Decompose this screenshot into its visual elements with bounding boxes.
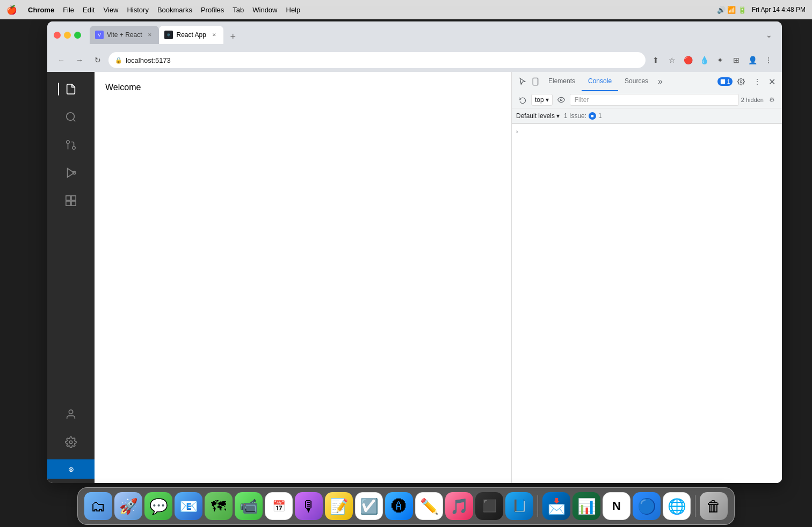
menubar-profiles[interactable]: Profiles — [201, 6, 224, 14]
devtools-close-button[interactable]: ✕ — [766, 76, 778, 88]
dock-item-appstore[interactable]: 🅐 — [385, 492, 413, 520]
dock-item-notes[interactable]: 📝 — [325, 492, 353, 520]
devtools-header: Elements Console Sources » 1 — [512, 72, 782, 124]
bookmark-button[interactable]: ☆ — [665, 53, 679, 67]
issue-icon: ■ — [589, 112, 596, 120]
vscode-debug-icon[interactable] — [58, 160, 84, 186]
devtools-tabs-row: Elements Console Sources » 1 — [512, 72, 782, 91]
maximize-button[interactable] — [74, 32, 81, 39]
macos-dock: 🗂 🚀 💬 📧 🗺 📹 📅 🎙 📝 ☑️ 🅐 ✏️ 🎵 ⬛ 📘 📩 📊 N 🔵 … — [77, 487, 735, 525]
dock-item-facetime[interactable]: 📹 — [235, 492, 263, 520]
devtools-issues-button[interactable]: 1 — [718, 75, 732, 89]
devtools-tab-elements[interactable]: Elements — [542, 72, 582, 91]
tabs-area: V Vite + React ✕ ⚛ React App ✕ + — [90, 26, 758, 44]
vscode-settings-icon[interactable] — [58, 429, 84, 455]
svg-point-0 — [67, 113, 75, 121]
dock-item-excel[interactable]: 📊 — [572, 492, 600, 520]
chrome-menu-button[interactable]: ⋮ — [762, 53, 775, 67]
devtools-eye-button[interactable] — [555, 93, 568, 106]
svg-point-2 — [73, 147, 76, 150]
forward-button[interactable]: → — [72, 53, 87, 68]
svg-rect-10 — [71, 201, 76, 206]
dock-item-notion[interactable]: N — [603, 492, 630, 520]
tab-vite[interactable]: V Vite + React ✕ — [90, 26, 159, 44]
svg-point-11 — [69, 410, 73, 414]
vscode-extensions-icon[interactable] — [58, 188, 84, 214]
menubar-tab[interactable]: Tab — [233, 6, 244, 14]
tab-react[interactable]: ⚛ React App ✕ — [159, 26, 223, 44]
menubar-file[interactable]: File — [63, 6, 74, 14]
devtools-panel: Elements Console Sources » 1 — [511, 72, 782, 483]
sidebar-button[interactable]: ⊞ — [729, 53, 743, 67]
issue-icon-text: ■ — [591, 113, 593, 119]
reload-button[interactable]: ↻ — [90, 53, 105, 68]
context-selector[interactable]: top ▾ — [531, 94, 553, 106]
devtools-more-button[interactable]: ⋮ — [750, 75, 764, 89]
dock-item-iterm[interactable]: ⬛ — [475, 492, 503, 520]
dock-item-finder[interactable]: 🗂 — [84, 492, 112, 520]
devtools-filter-settings[interactable]: ⚙ — [766, 94, 778, 106]
chrome-extension-1[interactable]: 🔴 — [681, 53, 695, 67]
devtools-tab-console[interactable]: Console — [582, 72, 618, 91]
hidden-count-badge: 2 hidden — [741, 97, 764, 103]
vscode-git-icon[interactable] — [58, 132, 84, 158]
dock-item-freeform[interactable]: ✏️ — [415, 492, 443, 520]
tab-react-close[interactable]: ✕ — [211, 31, 218, 39]
chrome-extension-2[interactable]: 💧 — [697, 53, 711, 67]
svg-marker-5 — [68, 169, 75, 178]
console-row[interactable]: › — [512, 126, 782, 137]
dock-item-chrome[interactable]: 🌐 — [663, 492, 691, 520]
share-button[interactable]: ⬆ — [649, 53, 663, 67]
dock-item-music[interactable]: 🎵 — [445, 492, 473, 520]
dock-item-outlook[interactable]: 📩 — [542, 492, 570, 520]
vscode-files-icon[interactable] — [58, 76, 84, 102]
addressbar-actions: ⬆ ☆ 🔴 💧 ✦ ⊞ 👤 ⋮ — [649, 53, 775, 67]
svg-line-1 — [73, 119, 75, 121]
dock-item-trash[interactable]: 🗑 — [700, 492, 728, 520]
dock-item-messages[interactable]: 💬 — [144, 492, 172, 520]
menubar-history[interactable]: History — [127, 6, 148, 14]
chrome-more-button[interactable]: ⌄ — [763, 28, 775, 41]
webpage-content: Welcome — [95, 72, 511, 483]
devtools-settings-button[interactable] — [734, 75, 748, 89]
menubar-view[interactable]: View — [103, 6, 118, 14]
dock-item-maps[interactable]: 🗺 — [205, 492, 233, 520]
menubar-bookmarks[interactable]: Bookmarks — [157, 6, 192, 14]
dock-item-zoom[interactable]: 🔵 — [633, 492, 661, 520]
vscode-status-bar[interactable]: ⊗ — [47, 459, 95, 479]
address-text: localhost:5173 — [126, 56, 171, 64]
issue-badge-text: 1 — [598, 112, 602, 120]
devtools-console-clear[interactable] — [516, 93, 529, 106]
default-levels-selector[interactable]: Default levels ▾ — [516, 112, 560, 120]
dock-item-calendar[interactable]: 📅 — [265, 492, 293, 520]
menubar-edit[interactable]: Edit — [83, 6, 95, 14]
apple-menu[interactable]: 🍎 — [6, 5, 17, 15]
dock-item-launchpad[interactable]: 🚀 — [114, 492, 142, 520]
address-bar: ← → ↻ 🔒 localhost:5173 ⬆ ☆ 🔴 💧 ✦ ⊞ 👤 ⋮ — [47, 48, 782, 72]
close-button[interactable] — [54, 32, 61, 39]
dock-item-siri[interactable]: 🎙 — [295, 492, 323, 520]
menubar-help[interactable]: Help — [286, 6, 301, 14]
profile-button[interactable]: 👤 — [745, 53, 759, 67]
devtools-filter-input[interactable] — [570, 94, 739, 106]
chrome-extension-3[interactable]: ✦ — [713, 53, 727, 67]
devtools-more-tabs[interactable]: » — [655, 77, 666, 86]
menubar-window[interactable]: Window — [252, 6, 277, 14]
menubar-chrome[interactable]: Chrome — [28, 6, 54, 14]
back-button[interactable]: ← — [54, 53, 69, 68]
address-input[interactable]: 🔒 localhost:5173 — [108, 52, 646, 68]
dock-item-vscode[interactable]: 📘 — [505, 492, 533, 520]
devtools-device-button[interactable] — [529, 75, 542, 88]
dock-item-mail[interactable]: 📧 — [175, 492, 202, 520]
vscode-account-icon[interactable] — [58, 401, 84, 427]
devtools-console[interactable]: › — [512, 124, 782, 483]
tab-vite-close[interactable]: ✕ — [146, 31, 154, 39]
devtools-inspect-button[interactable] — [516, 75, 529, 88]
svg-rect-7 — [66, 196, 70, 200]
dock-item-reminders[interactable]: ☑️ — [355, 492, 383, 520]
new-tab-button[interactable]: + — [226, 29, 241, 44]
vscode-search-icon[interactable] — [58, 104, 84, 130]
minimize-button[interactable] — [64, 32, 71, 39]
traffic-lights — [54, 32, 81, 39]
devtools-tab-sources[interactable]: Sources — [618, 72, 655, 91]
